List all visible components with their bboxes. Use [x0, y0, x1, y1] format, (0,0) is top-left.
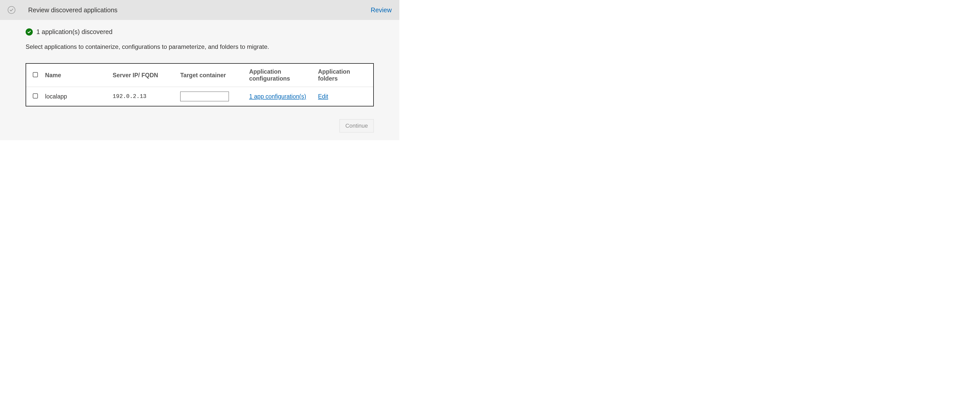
cell-name: localapp [42, 87, 110, 106]
edit-folders-link[interactable]: Edit [318, 93, 328, 100]
col-header-folders: Application folders [315, 64, 373, 87]
continue-button[interactable]: Continue [339, 119, 374, 132]
target-container-input[interactable] [180, 92, 229, 101]
applications-table: Name Server IP/ FQDN Target container Ap… [25, 63, 374, 106]
select-all-checkbox[interactable] [33, 72, 38, 77]
row-checkbox[interactable] [33, 94, 38, 98]
page-wrapper: Review discovered applications Review 1 … [0, 0, 399, 140]
col-header-server: Server IP/ FQDN [110, 64, 177, 87]
col-header-target: Target container [177, 64, 246, 87]
step-header: Review discovered applications Review [0, 0, 399, 20]
instruction-text: Select applications to containerize, con… [25, 43, 374, 51]
discovery-status: 1 application(s) discovered [25, 28, 374, 36]
col-header-name: Name [42, 64, 110, 87]
step-complete-icon [8, 6, 15, 14]
button-row: Continue [25, 119, 374, 132]
step-title: Review discovered applications [28, 6, 358, 14]
status-text: 1 application(s) discovered [37, 28, 112, 36]
success-check-icon [25, 29, 33, 36]
table-row: localapp 192.0.2.13 1 app configuration(… [26, 87, 373, 106]
app-configurations-link[interactable]: 1 app configuration(s) [249, 93, 306, 100]
body-area: 1 application(s) discovered Select appli… [0, 20, 399, 140]
col-header-config: Application configurations [246, 64, 315, 87]
review-link[interactable]: Review [371, 6, 392, 14]
cell-server: 192.0.2.13 [110, 87, 177, 106]
table-header-row: Name Server IP/ FQDN Target container Ap… [26, 64, 373, 87]
